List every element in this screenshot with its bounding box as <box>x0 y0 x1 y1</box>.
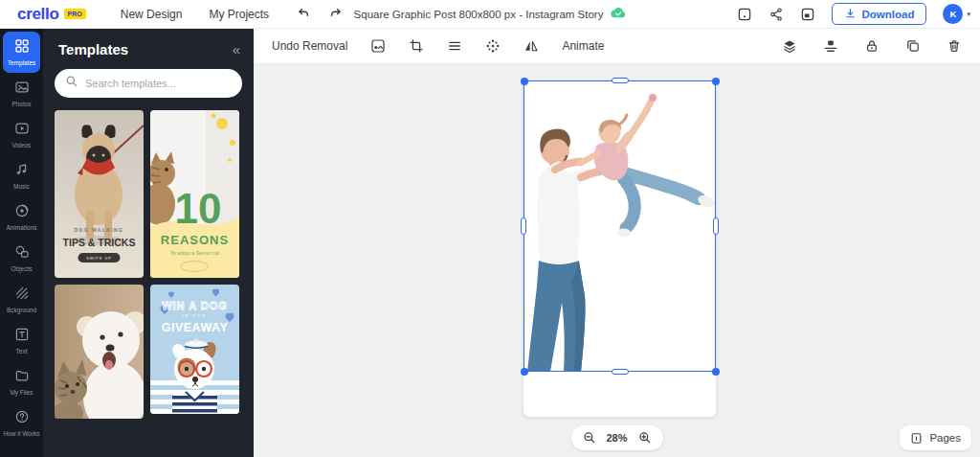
download-label: Download <box>862 9 915 20</box>
resize-handle-bottom[interactable] <box>612 369 629 375</box>
svg-text:IN OUR: IN OUR <box>183 313 208 318</box>
templates-grid-icon <box>14 38 30 57</box>
duplicate-icon[interactable] <box>905 38 921 54</box>
background-icon <box>14 286 30 305</box>
sidebar-item-music[interactable]: Music <box>0 155 43 196</box>
resize-handle-right[interactable] <box>713 217 719 235</box>
cloud-saved-icon <box>610 7 626 21</box>
redo-icon[interactable] <box>328 7 344 22</box>
crop-icon[interactable] <box>409 38 424 54</box>
search-input[interactable] <box>85 78 232 89</box>
sidebar-item-label: Bckground <box>3 307 41 313</box>
svg-text:DOG WALKING: DOG WALKING <box>75 227 124 233</box>
pages-icon <box>910 432 923 445</box>
template-card-dog-walking[interactable]: DOG WALKING TIPS & TRICKS SWIPE UP <box>55 110 144 278</box>
sidebar-item-objects[interactable]: Objects <box>0 238 43 279</box>
template-grid: DOG WALKING TIPS & TRICKS SWIPE UP <box>43 110 254 457</box>
sidebar-item-label: Videos <box>3 142 41 149</box>
flip-icon[interactable] <box>523 38 539 54</box>
resize-handle-left[interactable] <box>521 217 526 235</box>
resize-handle-top-right[interactable] <box>712 78 720 85</box>
pages-label: Pages <box>929 432 961 444</box>
zoom-out-icon[interactable] <box>582 431 595 445</box>
templates-panel: Templates « <box>43 29 254 457</box>
resize-handle-top[interactable] <box>612 78 629 83</box>
top-nav: New Design My Projects <box>121 8 269 21</box>
objects-icon <box>14 244 30 263</box>
position-icon[interactable] <box>823 38 838 54</box>
folder-icon <box>14 368 30 387</box>
panel-title: Templates <box>58 41 128 57</box>
adjust-icon[interactable] <box>447 38 462 54</box>
sidebar-item-videos[interactable]: Videos <box>0 114 43 155</box>
crello-logo[interactable]: crello PRO <box>17 5 86 24</box>
selection-box[interactable] <box>523 80 716 372</box>
document-title[interactable]: Square Graphic Post 800x800 px - Instagr… <box>354 9 604 20</box>
svg-text:GIVEAWAY: GIVEAWAY <box>162 321 229 334</box>
collapse-panel-icon[interactable]: « <box>233 41 238 57</box>
svg-text:TIPS & TRICKS: TIPS & TRICKS <box>63 237 136 248</box>
template-card-giveaway[interactable]: WIN A DOG IN OUR GIVEAWAY <box>150 285 239 414</box>
filters-icon[interactable] <box>485 38 501 54</box>
sidebar-item-label: Photos <box>3 101 41 107</box>
animate-button[interactable]: Animate <box>562 39 604 53</box>
sidebar-item-animations[interactable]: Animations <box>0 196 43 238</box>
context-toolbar: Undo Removal Animate <box>254 29 980 64</box>
resize-handle-bottom-left[interactable] <box>521 368 528 376</box>
template-search <box>55 69 242 98</box>
zoom-in-icon[interactable] <box>638 431 652 445</box>
sidebar-item-templates[interactable]: Templates <box>3 32 40 73</box>
music-icon <box>14 162 30 181</box>
resize-handle-bottom-right[interactable] <box>712 368 720 376</box>
sidebar-item-my-files[interactable]: My Files <box>0 361 43 402</box>
pages-button[interactable]: Pages <box>900 425 971 450</box>
sidebar-item-how-it-works[interactable]: How it Works <box>0 402 43 444</box>
topbar: crello PRO New Design My Projects Square… <box>0 0 980 29</box>
share-icon[interactable] <box>768 7 784 22</box>
chevron-down-icon[interactable]: ▾ <box>967 11 970 18</box>
animations-icon <box>14 203 30 222</box>
svg-text:WIN A DOG: WIN A DOG <box>162 300 228 311</box>
resize-icon[interactable] <box>800 7 815 22</box>
photo-icon <box>14 80 30 99</box>
sidebar-item-text[interactable]: Text <box>0 320 43 361</box>
video-icon <box>14 121 30 140</box>
sidebar-item-label: Text <box>3 348 41 354</box>
template-card-puppy-kitten[interactable] <box>55 285 144 419</box>
help-icon <box>14 409 30 428</box>
nav-new-design[interactable]: New Design <box>121 8 183 21</box>
download-icon <box>844 8 857 20</box>
pro-badge: PRO <box>64 9 86 19</box>
sidebar-item-label: Templates <box>3 59 41 66</box>
undo-removal-button[interactable]: Undo Removal <box>272 39 347 53</box>
undo-icon[interactable] <box>296 7 311 22</box>
replace-image-icon[interactable] <box>370 38 386 54</box>
zoom-controls: 28% <box>570 425 662 450</box>
svg-text:10: 10 <box>175 185 222 232</box>
sidebar-item-background[interactable]: Bckground <box>0 279 43 320</box>
text-icon <box>14 327 30 346</box>
sidebar-rail: Templates Photos Videos Music Animations… <box>0 29 43 457</box>
avatar[interactable]: K <box>943 4 963 24</box>
logo-text: crello <box>17 5 59 24</box>
svg-text:REASONS: REASONS <box>161 233 229 247</box>
sidebar-item-label: How it Works <box>3 430 41 437</box>
sidebar-item-label: My Files <box>3 389 41 396</box>
svg-text:To adopt a Senior cat: To adopt a Senior cat <box>170 250 219 256</box>
search-icon <box>65 75 78 92</box>
template-card-ten-reasons[interactable]: 10 REASONS To adopt a Senior cat <box>150 110 239 278</box>
resize-handle-top-left[interactable] <box>521 78 528 85</box>
zoom-level: 28% <box>606 432 627 444</box>
nav-my-projects[interactable]: My Projects <box>209 8 269 21</box>
download-button[interactable]: Download <box>832 3 927 25</box>
canvas[interactable]: 28% Pages <box>254 64 980 457</box>
sidebar-item-label: Music <box>3 183 41 190</box>
layers-icon[interactable] <box>782 38 797 54</box>
delete-icon[interactable] <box>947 38 962 54</box>
account-menu[interactable]: K ▾ <box>943 4 970 24</box>
editor-area: Undo Removal Animate <box>254 29 980 457</box>
bookmark-icon[interactable] <box>737 7 752 22</box>
svg-text:SWIPE UP: SWIPE UP <box>86 257 112 261</box>
sidebar-item-photos[interactable]: Photos <box>0 73 43 114</box>
lock-icon[interactable] <box>864 38 880 54</box>
